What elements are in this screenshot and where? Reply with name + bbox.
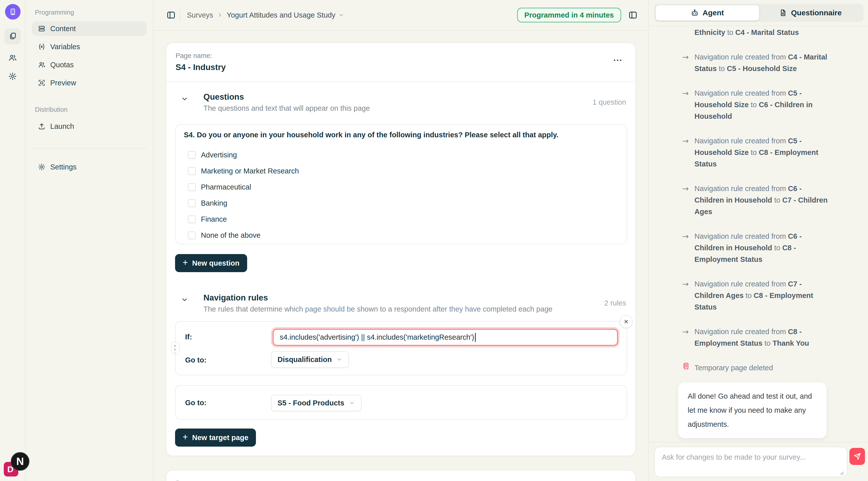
chevron-down-icon bbox=[349, 400, 355, 406]
new-target-page-button[interactable]: + New target page bbox=[175, 428, 256, 447]
option-checkbox[interactable] bbox=[188, 167, 196, 175]
option-label: None of the above bbox=[201, 231, 260, 239]
page-card: Page name: S4 - Industry Questions The q… bbox=[166, 42, 636, 456]
option-row: Advertising bbox=[188, 147, 617, 163]
rule-drag-handle[interactable] bbox=[171, 342, 180, 354]
option-checkbox[interactable] bbox=[188, 199, 196, 207]
gear-icon bbox=[8, 72, 17, 81]
text-caret bbox=[475, 333, 476, 342]
sidebar-divider bbox=[32, 148, 147, 149]
default-target-select[interactable]: S5 - Food Products bbox=[271, 395, 362, 411]
questions-collapse-chevron-icon[interactable] bbox=[181, 95, 189, 103]
dev-indicator-badge[interactable]: N bbox=[11, 452, 29, 471]
tab-label: Questionnaire bbox=[791, 8, 842, 17]
feed-item: →Navigation rule created from C5 - House… bbox=[682, 87, 833, 122]
navrules-collapse-chevron-icon[interactable] bbox=[181, 296, 189, 304]
navrules-count: 2 rules bbox=[604, 299, 626, 307]
option-row: None of the above bbox=[188, 227, 617, 243]
option-label: Banking bbox=[201, 199, 227, 207]
agent-activity-feed[interactable]: →Navigation rule created from C3 - Ethni… bbox=[649, 26, 868, 442]
breadcrumb-surveys-link[interactable]: Surveys bbox=[187, 11, 213, 19]
sidebar-item-launch[interactable]: Launch bbox=[32, 119, 147, 134]
sidebar-item-variables[interactable]: Variables bbox=[32, 39, 147, 54]
option-label: Marketing or Market Research bbox=[201, 167, 299, 175]
chevron-down-icon[interactable] bbox=[338, 12, 344, 18]
sidebar-item-settings[interactable]: Settings bbox=[32, 160, 147, 174]
feed-item: →Navigation rule created from C4 - Marit… bbox=[682, 51, 833, 74]
rail-surveys-button[interactable] bbox=[4, 28, 21, 44]
arrow-icon: → bbox=[682, 26, 691, 38]
page-editor-scroll[interactable]: Page name: S4 - Industry Questions The q… bbox=[153, 31, 648, 481]
rows-icon bbox=[38, 25, 45, 32]
condition-text: s4.includes('advertising') || s4.include… bbox=[280, 333, 474, 342]
option-checkbox[interactable] bbox=[188, 215, 196, 223]
option-checkbox[interactable] bbox=[188, 183, 196, 191]
gear-icon bbox=[38, 163, 45, 171]
questions-count: 1 question bbox=[592, 98, 626, 106]
sidebar-toggle-icon[interactable] bbox=[166, 10, 176, 20]
upload-icon bbox=[38, 123, 45, 130]
variable-icon bbox=[38, 43, 45, 51]
header-divider bbox=[180, 9, 180, 21]
option-row: Banking bbox=[188, 195, 617, 211]
send-button[interactable] bbox=[849, 448, 865, 465]
sidebar-item-label: Quotas bbox=[50, 61, 74, 69]
option-label: Finance bbox=[201, 215, 227, 223]
feed-item-text: Navigation rule created from C4 - Marita… bbox=[694, 51, 833, 74]
sidebar-item-quotas[interactable]: Quotas bbox=[32, 58, 147, 72]
building-icon bbox=[8, 7, 17, 16]
tab-questionnaire[interactable]: Questionnaire bbox=[759, 5, 862, 20]
default-target-card: Go to: S5 - Food Products bbox=[175, 385, 627, 420]
tab-agent[interactable]: Agent bbox=[656, 5, 759, 20]
question-text: S4. Do you or anyone in your household w… bbox=[184, 131, 559, 139]
chat-input[interactable] bbox=[654, 447, 847, 477]
delete-rule-button[interactable]: × bbox=[620, 315, 633, 328]
navigation-rule-card: × If: s4.includes('advertising') || s4.i… bbox=[175, 321, 627, 375]
arrow-icon: → bbox=[682, 326, 691, 349]
team-icon bbox=[8, 54, 17, 62]
arrow-icon: → bbox=[682, 135, 691, 170]
option-row: Finance bbox=[188, 211, 617, 227]
feed-item-text: Navigation rule created from C8 - Employ… bbox=[694, 326, 833, 349]
icon-rail: D N bbox=[0, 0, 26, 481]
panel-tabs-bar: AgentQuestionnaire bbox=[649, 0, 868, 26]
feed-item-text: Navigation rule created from C7 - Childr… bbox=[694, 278, 833, 313]
feed-item-text: Navigation rule created from C6 - Childr… bbox=[694, 183, 833, 217]
app-logo[interactable] bbox=[5, 4, 21, 20]
option-row: Pharmaceutical bbox=[188, 179, 617, 195]
right-panel-toggle-icon[interactable] bbox=[628, 10, 638, 20]
goto-label: Go to: bbox=[185, 399, 207, 407]
rail-team-button[interactable] bbox=[4, 50, 21, 66]
condition-input[interactable]: s4.includes('advertising') || s4.include… bbox=[273, 329, 618, 346]
questions-section-subtitle: The questions and text that will appear … bbox=[204, 104, 370, 113]
breadcrumb-current-survey[interactable]: Yogurt Attitudes and Usage Study bbox=[227, 11, 336, 19]
agent-panel: AgentQuestionnaire →Navigation rule crea… bbox=[648, 0, 868, 481]
feed-item: Temporary page deleted bbox=[682, 362, 833, 374]
arrow-icon: → bbox=[682, 87, 691, 122]
feed-item-text: Navigation rule created from C5 - Househ… bbox=[694, 87, 833, 122]
goto-target-select[interactable]: Disqualification bbox=[271, 351, 349, 368]
feed-items: →Navigation rule created from C3 - Ethni… bbox=[682, 26, 833, 374]
chevron-down-icon bbox=[336, 356, 342, 362]
option-label: Pharmaceutical bbox=[201, 183, 251, 191]
sidebar-item-content[interactable]: Content bbox=[32, 21, 147, 36]
frame-icon bbox=[38, 79, 45, 87]
feed-item: →Navigation rule created from C6 - Child… bbox=[682, 183, 833, 217]
new-question-button[interactable]: + New question bbox=[175, 254, 247, 272]
feed-item-text: Navigation rule created from C5 - Househ… bbox=[694, 135, 833, 170]
sidebar-section-label: Distribution bbox=[35, 106, 147, 114]
send-icon bbox=[853, 452, 861, 460]
option-label: Advertising bbox=[201, 151, 237, 159]
card-divider bbox=[166, 81, 636, 82]
page-menu-button[interactable] bbox=[614, 60, 621, 61]
robot-icon bbox=[691, 9, 699, 17]
rail-settings-button[interactable] bbox=[4, 68, 21, 84]
sidebar-item-preview[interactable]: Preview bbox=[32, 75, 147, 90]
option-checkbox[interactable] bbox=[188, 231, 196, 239]
option-checkbox[interactable] bbox=[188, 151, 196, 159]
question-options: AdvertisingMarketing or Market ResearchP… bbox=[188, 147, 617, 243]
feed-item-text: Temporary page deleted bbox=[694, 362, 833, 374]
sidebar-sections: ProgrammingContentVariablesQuotasPreview… bbox=[32, 8, 147, 134]
question-card[interactable]: S4. Do you or anyone in your household w… bbox=[175, 124, 627, 244]
if-label: If: bbox=[185, 333, 192, 341]
